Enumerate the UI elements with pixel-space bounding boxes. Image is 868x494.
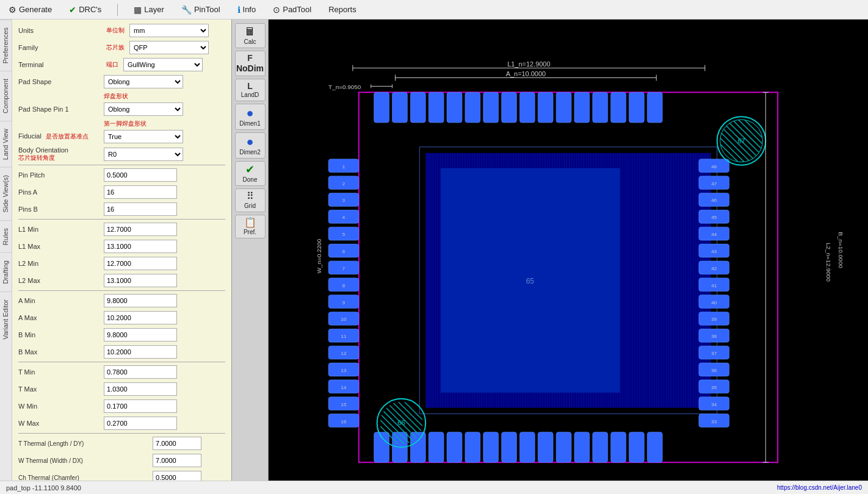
t-max-row: T Max 1.0300 bbox=[18, 382, 225, 396]
svg-rect-20 bbox=[429, 92, 444, 123]
reports-label: Reports bbox=[328, 5, 356, 14]
grid-button[interactable]: ⠿ Grid bbox=[235, 188, 266, 212]
family-row: Family 芯片族 QFP bbox=[18, 40, 225, 55]
pad-shape-value: Oblong bbox=[104, 75, 225, 88]
tab-varianteditor[interactable]: Variant Editor bbox=[0, 292, 12, 347]
dimen1-button[interactable]: ● Dimen1 bbox=[235, 104, 266, 130]
done-button[interactable]: ✔ Done bbox=[235, 161, 266, 186]
tab-drafting[interactable]: Drafting bbox=[0, 252, 12, 292]
svg-text:15: 15 bbox=[341, 402, 347, 407]
svg-rect-29 bbox=[593, 92, 608, 123]
ch-thermal-label: Ch Thermal (Chamfer) bbox=[18, 474, 153, 481]
pins-b-input[interactable]: 16 bbox=[104, 202, 177, 216]
l2-max-input[interactable]: 13.1000 bbox=[104, 274, 177, 287]
svg-rect-37 bbox=[447, 432, 462, 462]
dimen2-label: Dimen2 bbox=[239, 149, 260, 156]
tab-landview[interactable]: Land View bbox=[0, 121, 12, 167]
svg-rect-41 bbox=[519, 432, 535, 462]
pintool-button[interactable]: 🔧 PinTool bbox=[178, 4, 224, 16]
pad-shape-label: Pad Shape bbox=[18, 78, 104, 85]
l1-min-input[interactable]: 12.7000 bbox=[104, 223, 177, 236]
b-max-row: B Max 10.2000 bbox=[18, 345, 225, 359]
units-label: Units bbox=[18, 27, 104, 34]
pins-a-input[interactable]: 16 bbox=[104, 185, 177, 199]
center-pad-label: 65 bbox=[526, 277, 535, 285]
l2-min-input[interactable]: 12.7000 bbox=[104, 257, 177, 270]
body-orientation-select[interactable]: R0 R90 R180 R270 bbox=[104, 148, 183, 161]
b-max-input[interactable]: 10.2000 bbox=[104, 345, 177, 359]
reports-button[interactable]: Reports bbox=[325, 4, 360, 15]
pad-shape-row: Pad Shape Oblong bbox=[18, 74, 225, 89]
dim-bn: B_n=10.0000 bbox=[837, 232, 844, 268]
b-min-row: B Min 9.8000 bbox=[18, 328, 225, 342]
w-min-row: W Min 0.1700 bbox=[18, 399, 225, 413]
pad-shape-pin1-select[interactable]: Oblong bbox=[104, 102, 183, 116]
pref-button[interactable]: 📋 Pref. bbox=[235, 215, 266, 238]
pad-shape-pin1-chinese: 第一脚焊盘形状 bbox=[104, 120, 146, 127]
t-thermal-input[interactable]: 7.0000 bbox=[153, 437, 201, 450]
l1-max-input[interactable]: 13.1000 bbox=[104, 240, 177, 253]
w-min-input[interactable]: 0.1700 bbox=[104, 399, 177, 413]
t-max-input[interactable]: 1.0300 bbox=[104, 382, 177, 396]
pad-shape-chinese: 焊盘形状 bbox=[104, 93, 128, 99]
w-thermal-input[interactable]: 7.0000 bbox=[153, 454, 201, 467]
info-icon: ℹ bbox=[237, 5, 241, 15]
dimen2-button[interactable]: ● Dimen2 bbox=[235, 132, 266, 159]
generate-icon: ⚙ bbox=[9, 5, 16, 15]
left-panel: Units 单位制 mm inch Family 芯片族 QFP bbox=[12, 20, 232, 481]
pad-shape-pin1-value: Oblong bbox=[104, 102, 225, 116]
nodim-label: NoDim bbox=[236, 63, 264, 73]
padtool-button[interactable]: ⊙ PadTool bbox=[269, 4, 315, 16]
l1-max-value: 13.1000 bbox=[104, 240, 225, 253]
grid-label: Grid bbox=[244, 202, 256, 209]
l2-min-row: L2 Min 12.7000 bbox=[18, 256, 225, 271]
drcs-button[interactable]: ✔ DRC's bbox=[65, 4, 105, 16]
svg-rect-36 bbox=[429, 432, 444, 462]
terminal-select[interactable]: GullWing bbox=[123, 58, 203, 71]
t-min-input[interactable]: 0.7800 bbox=[104, 365, 177, 379]
layer-button[interactable]: ▦ Layer bbox=[130, 4, 168, 16]
tab-component[interactable]: Component bbox=[0, 71, 12, 121]
body-orientation-label: Body Orientation 芯片旋转角度 bbox=[18, 146, 104, 162]
tab-rules[interactable]: Rules bbox=[0, 220, 12, 252]
pcb-canvas[interactable]: L1_n=12.9000 A_n=10.0000 T_n=0.9050 W_n=… bbox=[269, 20, 868, 481]
units-select[interactable]: mm inch bbox=[129, 24, 209, 37]
a-min-input[interactable]: 9.8000 bbox=[104, 294, 177, 307]
tab-sideviews[interactable]: Side View(s) bbox=[0, 167, 12, 220]
pin-pitch-label: Pin Pitch bbox=[18, 171, 104, 179]
grid-icon: ⠿ bbox=[247, 192, 254, 201]
svg-text:4: 4 bbox=[342, 215, 345, 220]
calc-label: Calc bbox=[244, 38, 256, 45]
w-max-input[interactable]: 0.2700 bbox=[104, 417, 177, 430]
pins-a-value: 16 bbox=[104, 185, 225, 199]
generate-button[interactable]: ⚙ Generate bbox=[5, 4, 56, 16]
family-select[interactable]: QFP bbox=[129, 41, 209, 54]
nodim-button[interactable]: F NoDim bbox=[235, 51, 266, 76]
w-min-value: 0.1700 bbox=[104, 399, 225, 413]
pad-shape-select[interactable]: Oblong bbox=[104, 75, 183, 88]
landd-button[interactable]: L LandD bbox=[235, 79, 266, 101]
calc-icon: 🖩 bbox=[245, 26, 256, 37]
svg-rect-46 bbox=[611, 432, 626, 462]
b-min-input[interactable]: 9.8000 bbox=[104, 328, 177, 342]
tab-preferences[interactable]: Preferences bbox=[0, 20, 12, 71]
l2-max-label: L2 Max bbox=[18, 277, 104, 284]
svg-text:48: 48 bbox=[711, 164, 717, 170]
ch-thermal-input[interactable]: 0.5000 bbox=[153, 471, 201, 481]
pin-pitch-input[interactable]: 0.5000 bbox=[104, 168, 177, 182]
l2-max-value: 13.1000 bbox=[104, 274, 225, 287]
fiducial-select[interactable]: True False bbox=[104, 130, 183, 143]
url-text: https://blog.csdn.net/Aijer.lane0 bbox=[777, 484, 862, 491]
main-toolbar: ⚙ Generate ✔ DRC's ▦ Layer 🔧 PinTool ℹ I… bbox=[0, 0, 868, 20]
body-orientation-value: R0 R90 R180 R270 bbox=[104, 148, 225, 161]
l1-max-label: L1 Max bbox=[18, 243, 104, 250]
a-min-value: 9.8000 bbox=[104, 294, 225, 307]
landd-icon: L bbox=[247, 82, 253, 90]
a-max-input[interactable]: 10.2000 bbox=[104, 311, 177, 324]
calc-button[interactable]: 🖩 Calc bbox=[235, 23, 266, 48]
info-button[interactable]: ℹ Info bbox=[234, 4, 260, 16]
svg-text:1: 1 bbox=[342, 164, 345, 170]
svg-text:3: 3 bbox=[342, 198, 345, 203]
l2-max-row: L2 Max 13.1000 bbox=[18, 273, 225, 288]
t-thermal-value: 7.0000 bbox=[153, 437, 225, 450]
